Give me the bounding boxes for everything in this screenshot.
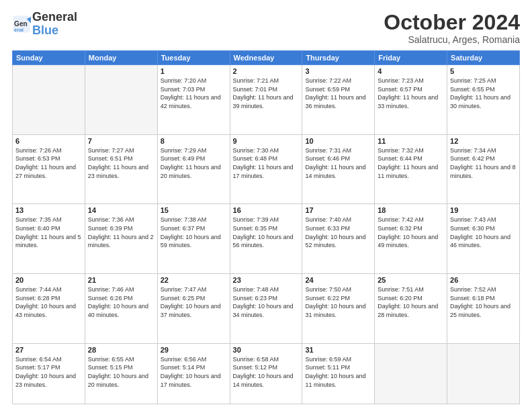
calendar-cell: 6Sunrise: 7:26 AM Sunset: 6:53 PM Daylig… bbox=[13, 134, 85, 204]
day-info: Sunrise: 7:34 AM Sunset: 6:42 PM Dayligh… bbox=[450, 146, 517, 180]
calendar-cell: 31Sunrise: 6:59 AM Sunset: 5:11 PM Dayli… bbox=[302, 343, 375, 404]
calendar-cell: 14Sunrise: 7:36 AM Sunset: 6:39 PM Dayli… bbox=[85, 204, 157, 274]
day-number: 26 bbox=[450, 276, 517, 284]
calendar-cell: 3Sunrise: 7:22 AM Sunset: 6:59 PM Daylig… bbox=[302, 65, 375, 135]
day-info: Sunrise: 6:59 AM Sunset: 5:11 PM Dayligh… bbox=[305, 355, 371, 389]
calendar-cell: 16Sunrise: 7:39 AM Sunset: 6:35 PM Dayli… bbox=[230, 204, 302, 274]
day-info: Sunrise: 6:58 AM Sunset: 5:12 PM Dayligh… bbox=[233, 355, 300, 389]
calendar-cell: 23Sunrise: 7:48 AM Sunset: 6:23 PM Dayli… bbox=[230, 274, 302, 344]
header: Gen eral GeneralBlue October 2024 Salatr… bbox=[12, 11, 520, 45]
day-info: Sunrise: 7:43 AM Sunset: 6:30 PM Dayligh… bbox=[450, 216, 517, 249]
day-info: Sunrise: 7:23 AM Sunset: 6:57 PM Dayligh… bbox=[378, 77, 444, 110]
calendar-cell: 20Sunrise: 7:44 AM Sunset: 6:28 PM Dayli… bbox=[13, 274, 85, 344]
calendar-cell: 25Sunrise: 7:51 AM Sunset: 6:20 PM Dayli… bbox=[375, 274, 447, 344]
day-number: 19 bbox=[450, 206, 517, 214]
calendar-cell: 29Sunrise: 6:56 AM Sunset: 5:14 PM Dayli… bbox=[157, 343, 230, 404]
calendar-week-5: 27Sunrise: 6:54 AM Sunset: 5:17 PM Dayli… bbox=[13, 343, 520, 404]
weekday-header-sunday: Sunday bbox=[13, 51, 85, 65]
calendar-cell: 30Sunrise: 6:58 AM Sunset: 5:12 PM Dayli… bbox=[230, 343, 302, 404]
calendar-cell: 5Sunrise: 7:25 AM Sunset: 6:55 PM Daylig… bbox=[447, 65, 520, 135]
day-info: Sunrise: 6:55 AM Sunset: 5:15 PM Dayligh… bbox=[88, 355, 154, 389]
day-info: Sunrise: 7:46 AM Sunset: 6:26 PM Dayligh… bbox=[88, 285, 154, 319]
day-info: Sunrise: 7:39 AM Sunset: 6:35 PM Dayligh… bbox=[233, 216, 300, 249]
day-info: Sunrise: 7:44 AM Sunset: 6:28 PM Dayligh… bbox=[15, 285, 82, 319]
calendar-cell: 15Sunrise: 7:38 AM Sunset: 6:37 PM Dayli… bbox=[157, 204, 230, 274]
day-number: 31 bbox=[305, 346, 371, 354]
calendar-week-4: 20Sunrise: 7:44 AM Sunset: 6:28 PM Dayli… bbox=[13, 274, 520, 344]
day-number: 2 bbox=[233, 67, 300, 75]
day-number: 5 bbox=[450, 67, 517, 75]
logo: Gen eral GeneralBlue bbox=[12, 11, 77, 38]
day-number: 11 bbox=[378, 137, 444, 145]
day-number: 17 bbox=[305, 206, 371, 214]
title-block: October 2024 Salatrucu, Arges, Romania bbox=[384, 11, 520, 45]
calendar-cell: 7Sunrise: 7:27 AM Sunset: 6:51 PM Daylig… bbox=[85, 134, 157, 204]
calendar-cell: 4Sunrise: 7:23 AM Sunset: 6:57 PM Daylig… bbox=[375, 65, 447, 135]
weekday-header-row: SundayMondayTuesdayWednesdayThursdayFrid… bbox=[13, 51, 520, 65]
weekday-header-saturday: Saturday bbox=[447, 51, 520, 65]
day-info: Sunrise: 6:54 AM Sunset: 5:17 PM Dayligh… bbox=[15, 355, 82, 389]
calendar-cell bbox=[375, 343, 447, 404]
day-info: Sunrise: 7:40 AM Sunset: 6:33 PM Dayligh… bbox=[305, 216, 371, 249]
day-info: Sunrise: 7:21 AM Sunset: 7:01 PM Dayligh… bbox=[233, 77, 300, 110]
calendar-cell: 1Sunrise: 7:20 AM Sunset: 7:03 PM Daylig… bbox=[157, 65, 230, 135]
day-number: 16 bbox=[233, 206, 300, 214]
day-info: Sunrise: 7:48 AM Sunset: 6:23 PM Dayligh… bbox=[233, 285, 300, 319]
calendar-cell: 27Sunrise: 6:54 AM Sunset: 5:17 PM Dayli… bbox=[13, 343, 85, 404]
day-number: 23 bbox=[233, 276, 300, 284]
calendar-cell: 24Sunrise: 7:50 AM Sunset: 6:22 PM Dayli… bbox=[302, 274, 375, 344]
day-number: 15 bbox=[161, 206, 227, 214]
day-info: Sunrise: 7:35 AM Sunset: 6:40 PM Dayligh… bbox=[15, 216, 82, 249]
weekday-header-thursday: Thursday bbox=[302, 51, 375, 65]
day-number: 22 bbox=[161, 276, 227, 284]
calendar-cell: 13Sunrise: 7:35 AM Sunset: 6:40 PM Dayli… bbox=[13, 204, 85, 274]
day-info: Sunrise: 7:42 AM Sunset: 6:32 PM Dayligh… bbox=[378, 216, 444, 249]
day-info: Sunrise: 7:29 AM Sunset: 6:49 PM Dayligh… bbox=[161, 146, 227, 180]
day-number: 3 bbox=[305, 67, 371, 75]
weekday-header-monday: Monday bbox=[85, 51, 157, 65]
calendar-cell: 26Sunrise: 7:52 AM Sunset: 6:18 PM Dayli… bbox=[447, 274, 520, 344]
day-info: Sunrise: 7:27 AM Sunset: 6:51 PM Dayligh… bbox=[88, 146, 154, 180]
day-number: 12 bbox=[450, 137, 517, 145]
day-info: Sunrise: 7:22 AM Sunset: 6:59 PM Dayligh… bbox=[305, 77, 371, 110]
calendar-week-1: 1Sunrise: 7:20 AM Sunset: 7:03 PM Daylig… bbox=[13, 65, 520, 135]
day-number: 27 bbox=[15, 346, 82, 354]
calendar-cell: 28Sunrise: 6:55 AM Sunset: 5:15 PM Dayli… bbox=[85, 343, 157, 404]
calendar-table: SundayMondayTuesdayWednesdayThursdayFrid… bbox=[12, 50, 520, 404]
location-subtitle: Salatrucu, Arges, Romania bbox=[384, 34, 520, 45]
day-number: 6 bbox=[15, 137, 82, 145]
day-number: 30 bbox=[233, 346, 300, 354]
day-info: Sunrise: 7:47 AM Sunset: 6:25 PM Dayligh… bbox=[161, 285, 227, 319]
calendar-cell bbox=[85, 65, 157, 135]
day-number: 24 bbox=[305, 276, 371, 284]
day-number: 29 bbox=[161, 346, 227, 354]
calendar-cell: 19Sunrise: 7:43 AM Sunset: 6:30 PM Dayli… bbox=[447, 204, 520, 274]
calendar-cell: 22Sunrise: 7:47 AM Sunset: 6:25 PM Dayli… bbox=[157, 274, 230, 344]
calendar-cell bbox=[13, 65, 85, 135]
day-number: 21 bbox=[88, 276, 154, 284]
day-number: 8 bbox=[161, 137, 227, 145]
day-info: Sunrise: 7:36 AM Sunset: 6:39 PM Dayligh… bbox=[88, 216, 154, 249]
day-number: 25 bbox=[378, 276, 444, 284]
day-number: 20 bbox=[15, 276, 82, 284]
day-info: Sunrise: 7:25 AM Sunset: 6:55 PM Dayligh… bbox=[450, 77, 517, 110]
calendar-cell: 21Sunrise: 7:46 AM Sunset: 6:26 PM Dayli… bbox=[85, 274, 157, 344]
weekday-header-tuesday: Tuesday bbox=[157, 51, 230, 65]
day-number: 1 bbox=[161, 67, 227, 75]
day-number: 13 bbox=[15, 206, 82, 214]
day-number: 18 bbox=[378, 206, 444, 214]
day-info: Sunrise: 7:30 AM Sunset: 6:48 PM Dayligh… bbox=[233, 146, 300, 180]
day-info: Sunrise: 7:52 AM Sunset: 6:18 PM Dayligh… bbox=[450, 285, 517, 319]
day-number: 14 bbox=[88, 206, 154, 214]
day-number: 4 bbox=[378, 67, 444, 75]
logo-icon: Gen eral bbox=[12, 15, 31, 34]
calendar-cell: 10Sunrise: 7:31 AM Sunset: 6:46 PM Dayli… bbox=[302, 134, 375, 204]
calendar-cell bbox=[447, 343, 520, 404]
day-number: 7 bbox=[88, 137, 154, 145]
day-info: Sunrise: 7:38 AM Sunset: 6:37 PM Dayligh… bbox=[161, 216, 227, 249]
calendar-cell: 12Sunrise: 7:34 AM Sunset: 6:42 PM Dayli… bbox=[447, 134, 520, 204]
logo-text: GeneralBlue bbox=[32, 11, 77, 38]
day-info: Sunrise: 7:31 AM Sunset: 6:46 PM Dayligh… bbox=[305, 146, 371, 180]
day-number: 28 bbox=[88, 346, 154, 354]
weekday-header-wednesday: Wednesday bbox=[230, 51, 302, 65]
